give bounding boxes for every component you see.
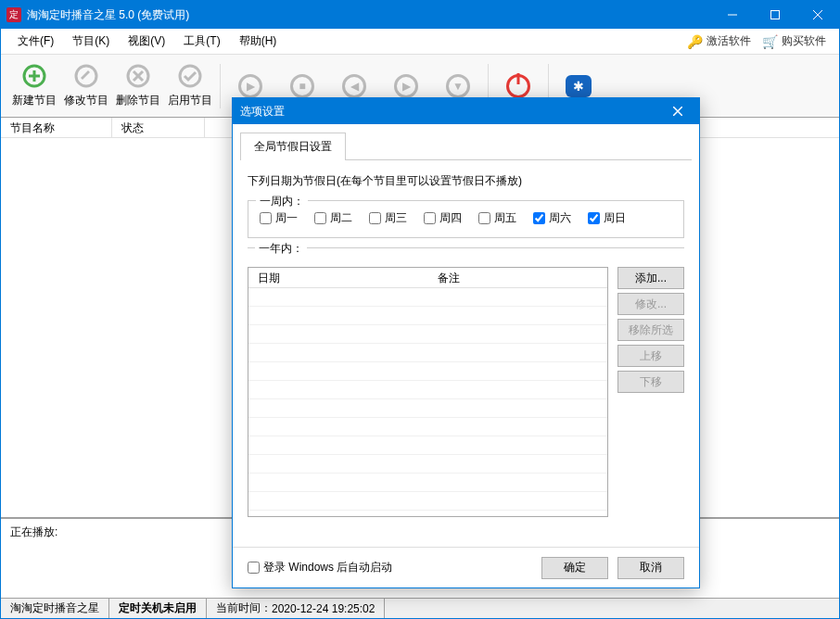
new-program-button[interactable]: 新建节目 <box>8 58 60 114</box>
weekly-legend: 一周内： <box>256 194 308 209</box>
status-app: 淘淘定时播音之星 <box>1 599 109 618</box>
weekday-checkbox-6[interactable] <box>588 212 600 224</box>
app-icon: 定 <box>6 7 21 22</box>
titlebar: 定 淘淘定时播音之星 5.0 (免费试用) <box>1 1 839 29</box>
weekday-label-1: 周二 <box>330 210 352 226</box>
weekday-checkbox-2[interactable] <box>369 212 381 224</box>
autostart-input[interactable] <box>248 562 260 574</box>
svg-rect-1 <box>771 11 780 19</box>
weekday-3[interactable]: 周四 <box>424 210 462 226</box>
remove-date-button[interactable]: 移除所选 <box>617 319 684 341</box>
col-date[interactable]: 日期 <box>248 268 428 287</box>
maximize-button[interactable] <box>754 1 796 29</box>
play-icon: ▶ <box>237 73 263 99</box>
edit-icon <box>73 63 99 89</box>
weekday-2[interactable]: 周三 <box>369 210 407 226</box>
close-button[interactable] <box>796 1 839 29</box>
menu-program[interactable]: 节目(K) <box>63 30 119 53</box>
autostart-label: 登录 Windows 后自动启动 <box>263 560 392 575</box>
weekday-5[interactable]: 周六 <box>533 210 571 226</box>
window-title: 淘淘定时播音之星 5.0 (免费试用) <box>27 7 711 23</box>
weekday-6[interactable]: 周日 <box>588 210 626 226</box>
prev-icon: ◀ <box>341 73 367 99</box>
weekday-label-4: 周五 <box>494 210 516 226</box>
weekday-label-6: 周日 <box>604 210 626 226</box>
delete-icon <box>125 63 151 89</box>
main-window: 定 淘淘定时播音之星 5.0 (免费试用) 文件(F) 节目(K) 视图(V) … <box>0 0 840 619</box>
menu-view[interactable]: 视图(V) <box>119 30 174 53</box>
date-buttons: 添加... 修改... 移除所选 上移 下移 <box>617 267 684 393</box>
weekday-label-5: 周六 <box>549 210 571 226</box>
yearly-fieldset: 一年内： <box>248 247 684 258</box>
dialog-body: 全局节假日设置 下列日期为节假日(在每个节目里可以设置节假日不播放) 一周内： … <box>233 124 699 547</box>
holiday-desc: 下列日期为节假日(在每个节目里可以设置节假日不播放) <box>248 173 684 189</box>
dialog-close-button[interactable] <box>664 98 692 124</box>
dialog-title: 选项设置 <box>240 104 285 120</box>
add-date-button[interactable]: 添加... <box>617 267 684 289</box>
buy-label: 购买软件 <box>782 33 826 49</box>
weekday-checkbox-3[interactable] <box>424 212 436 224</box>
tab-holidays[interactable]: 全局节假日设置 <box>240 133 346 160</box>
menu-file[interactable]: 文件(F) <box>8 30 63 53</box>
col-name[interactable]: 节目名称 <box>1 118 112 137</box>
ok-button[interactable]: 确定 <box>541 557 608 579</box>
weekday-0[interactable]: 周一 <box>260 210 298 226</box>
date-list-header: 日期 备注 <box>248 268 607 288</box>
down-icon: ▼ <box>445 73 471 99</box>
weekday-label-2: 周三 <box>385 210 407 226</box>
status-time: 当前时间：2020-12-24 19:25:02 <box>207 599 385 618</box>
add-icon <box>21 63 47 89</box>
buy-link[interactable]: 🛒 购买软件 <box>757 32 832 51</box>
status-shutdown: 定时关机未启用 <box>109 599 207 618</box>
weekday-checkbox-4[interactable] <box>478 212 490 224</box>
date-list-body <box>248 288 607 518</box>
check-icon <box>177 63 203 89</box>
dialog-tabs: 全局节假日设置 <box>240 132 692 160</box>
autostart-checkbox[interactable]: 登录 Windows 后自动启动 <box>248 560 392 575</box>
col-status[interactable]: 状态 <box>112 118 205 137</box>
delete-program-button[interactable]: 删除节目 <box>112 58 164 114</box>
moveup-button[interactable]: 上移 <box>617 345 684 367</box>
activate-label: 激活软件 <box>706 33 751 49</box>
cancel-button[interactable]: 取消 <box>617 557 684 579</box>
movedown-button[interactable]: 下移 <box>617 371 684 393</box>
gear-icon <box>566 73 592 99</box>
edit-date-button[interactable]: 修改... <box>617 293 684 315</box>
menu-tools[interactable]: 工具(T) <box>174 30 229 53</box>
weekly-fieldset: 一周内： 周一周二周三周四周五周六周日 <box>248 200 684 238</box>
col-remark[interactable]: 备注 <box>428 268 608 287</box>
weekday-label-0: 周一 <box>275 210 298 226</box>
weekday-checkbox-0[interactable] <box>260 212 272 224</box>
cart-icon: 🛒 <box>762 34 778 49</box>
menubar: 文件(F) 节目(K) 视图(V) 工具(T) 帮助(H) 🔑 激活软件 🛒 购… <box>1 29 839 55</box>
tab-content: 下列日期为节假日(在每个节目里可以设置节假日不播放) 一周内： 周一周二周三周四… <box>233 160 699 530</box>
dialog-footer: 登录 Windows 后自动启动 确定 取消 <box>233 547 699 587</box>
date-list[interactable]: 日期 备注 <box>248 267 608 517</box>
statusbar: 淘淘定时播音之星 定时关机未启用 当前时间：2020-12-24 19:25:0… <box>1 598 839 618</box>
options-dialog: 选项设置 全局节假日设置 下列日期为节假日(在每个节目里可以设置节假日不播放) … <box>232 97 700 588</box>
yearly-legend: 一年内： <box>255 241 307 257</box>
next-icon: ▶ <box>393 73 419 99</box>
weekday-1[interactable]: 周二 <box>314 210 352 226</box>
menu-help[interactable]: 帮助(H) <box>230 30 286 53</box>
stop-icon: ■ <box>289 73 315 99</box>
weekday-4[interactable]: 周五 <box>478 210 516 226</box>
dialog-titlebar: 选项设置 <box>233 98 699 124</box>
key-icon: 🔑 <box>687 34 703 49</box>
weekday-checkbox-5[interactable] <box>533 212 545 224</box>
edit-program-button[interactable]: 修改节目 <box>60 58 112 114</box>
yearly-row: 日期 备注 添加... 修改... 移除所选 上移 <box>248 267 684 517</box>
window-controls <box>711 1 839 29</box>
weekday-label-3: 周四 <box>439 210 462 226</box>
power-icon <box>505 73 531 99</box>
enable-program-button[interactable]: 启用节目 <box>164 58 216 114</box>
minimize-button[interactable] <box>711 1 754 29</box>
weekday-checkbox-1[interactable] <box>314 212 326 224</box>
weekday-row: 周一周二周三周四周五周六周日 <box>260 210 672 226</box>
activate-link[interactable]: 🔑 激活软件 <box>681 32 757 51</box>
